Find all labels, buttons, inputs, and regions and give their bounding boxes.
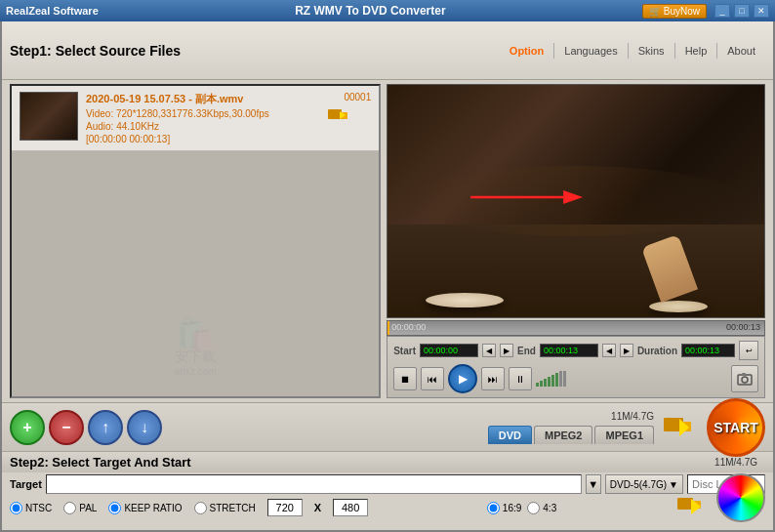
target-browse-button[interactable]: ▼ xyxy=(586,474,601,494)
vol-bar-7 xyxy=(559,371,562,387)
titlebar: RealZeal Software RZ WMV To DVD Converte… xyxy=(0,0,775,21)
aspect-169-group: 16:9 xyxy=(487,502,521,514)
svg-point-6 xyxy=(742,377,748,383)
file-item[interactable]: 2020-05-19 15.07.53 - 副本.wmv Video: 720*… xyxy=(12,86,379,151)
timeline-end-label: 00:00:13 xyxy=(726,322,760,332)
vol-bar-8 xyxy=(563,371,566,387)
aspect-169-radio[interactable] xyxy=(487,502,500,514)
step2-title: Step2: Select Target And Start xyxy=(10,455,714,470)
ntsc-radio[interactable] xyxy=(10,502,22,514)
stretch-label: STRETCH xyxy=(210,503,256,513)
dimensions-separator: X xyxy=(314,502,321,513)
file-number: 00001 xyxy=(344,92,371,102)
step2-row: Step2: Select Target And Start 11M/4.7G xyxy=(2,451,773,472)
width-input[interactable] xyxy=(267,499,303,516)
time-row: Start ◀ ▶ End ◀ ▶ Duration ↩ xyxy=(393,341,758,360)
move-up-button[interactable]: ↑ xyxy=(88,410,123,445)
stop-button[interactable]: ⏹ xyxy=(393,367,417,390)
video-panel: 00:00:00 00:00:13 Start ◀ ▶ End ◀ ▶ Dura… xyxy=(387,84,765,398)
dvd-size-arrow-icon: ▼ xyxy=(669,479,678,490)
format-tab-mpeg1[interactable]: MPEG1 xyxy=(594,426,654,444)
tab-about[interactable]: About xyxy=(717,43,765,59)
size-indicator: 11M/4.7G xyxy=(611,411,654,424)
color-wheel xyxy=(716,473,765,522)
duration-input[interactable] xyxy=(681,344,735,357)
tab-help[interactable]: Help xyxy=(675,43,718,59)
start-time-input[interactable] xyxy=(420,344,478,357)
duration-apply-btn[interactable]: ↩ xyxy=(739,341,758,360)
svg-marker-10 xyxy=(679,419,689,436)
pal-label: PAL xyxy=(79,503,97,513)
keepratio-radio-group: KEEP RATIO xyxy=(108,502,182,514)
video-controls: Start ◀ ▶ End ◀ ▶ Duration ↩ ⏹ ⏮ ▶ xyxy=(387,336,765,398)
tool-icon-area xyxy=(658,410,697,445)
file-time-range: [00:00:00 00:00:13] xyxy=(86,134,371,144)
dvd-size-info: 11M/4.7G xyxy=(714,457,757,468)
end-next-btn[interactable]: ▶ xyxy=(620,344,633,357)
content-area: 2020-05-19 15.07.53 - 副本.wmv Video: 720*… xyxy=(2,80,773,402)
pal-radio[interactable] xyxy=(63,502,76,514)
pal-radio-group: PAL xyxy=(63,502,97,514)
nav-tabs: Option Languages Skins Help About xyxy=(500,43,765,59)
end-label: End xyxy=(517,346,536,356)
app-title: RZ WMV To DVD Converter xyxy=(295,4,445,18)
watermark: 🛍️ 安下载 anxz.com xyxy=(175,315,217,377)
file-convert-icon xyxy=(326,105,349,131)
duration-label: Duration xyxy=(637,346,677,356)
tab-languages[interactable]: Languages xyxy=(554,43,628,59)
rewind-button[interactable]: ⏮ xyxy=(421,367,444,390)
aspect-ratio-group: 16:9 4:3 xyxy=(487,502,556,514)
start-label: Start xyxy=(393,346,416,356)
start-button[interactable]: START xyxy=(707,398,765,457)
minimize-button[interactable]: _ xyxy=(714,4,730,18)
dvd-size-dropdown[interactable]: DVD-5(4.7G) ▼ xyxy=(605,474,683,494)
titlebar-controls: 🛒 BuyNow _ □ ✕ xyxy=(642,4,769,19)
start-next-btn[interactable]: ▶ xyxy=(500,344,513,357)
end-time-input[interactable] xyxy=(540,344,598,357)
vol-bar-4 xyxy=(548,377,551,387)
close-button[interactable]: ✕ xyxy=(754,4,769,18)
keepratio-radio[interactable] xyxy=(108,502,121,514)
options-tool-icon xyxy=(675,492,705,523)
file-name: 2020-05-19 15.07.53 - 副本.wmv xyxy=(86,92,371,106)
aspect-43-radio[interactable] xyxy=(527,502,540,514)
ntsc-label: NTSC xyxy=(25,503,52,513)
tab-skins[interactable]: Skins xyxy=(629,43,675,59)
aspect-43-label: 4:3 xyxy=(543,503,556,513)
format-tab-mpeg2[interactable]: MPEG2 xyxy=(534,426,593,444)
aspect-43-group: 4:3 xyxy=(527,502,556,514)
height-input[interactable] xyxy=(333,499,368,516)
volume-control[interactable] xyxy=(536,371,566,387)
format-tabs: DVD MPEG2 MPEG1 xyxy=(486,426,654,444)
timeline[interactable]: 00:00:00 00:00:13 xyxy=(387,320,765,336)
move-down-button[interactable]: ↓ xyxy=(127,410,162,445)
video-preview xyxy=(387,84,765,318)
forward-button[interactable]: ⏭ xyxy=(481,367,505,390)
top-section: Step1: Select Source Files Option Langua… xyxy=(2,21,773,80)
format-tab-dvd[interactable]: DVD xyxy=(488,426,532,444)
target-path-input[interactable] xyxy=(46,474,582,494)
app-company: RealZeal Software xyxy=(6,5,99,17)
target-row: Target ▼ DVD-5(4.7G) ▼ xyxy=(2,472,773,496)
stretch-radio[interactable] xyxy=(194,502,207,514)
remove-file-button[interactable]: − xyxy=(49,410,84,445)
maximize-button[interactable]: □ xyxy=(734,4,750,18)
main-window: Step1: Select Source Files Option Langua… xyxy=(0,21,775,532)
timeline-start-label: 00:00:00 xyxy=(391,322,426,332)
step1-title: Step1: Select Source Files xyxy=(10,43,181,59)
options-row: NTSC PAL KEEP RATIO STRETCH X 16:9 4:3 xyxy=(2,496,773,519)
screenshot-button[interactable] xyxy=(731,365,758,392)
vol-bar-6 xyxy=(555,373,558,387)
file-list-panel: 2020-05-19 15.07.53 - 副本.wmv Video: 720*… xyxy=(10,84,381,398)
add-file-button[interactable]: + xyxy=(10,410,45,445)
target-label: Target xyxy=(10,478,42,490)
play-button[interactable]: ▶ xyxy=(448,364,477,393)
buynow-button[interactable]: 🛒 BuyNow xyxy=(642,4,707,19)
end-prev-btn[interactable]: ◀ xyxy=(602,344,616,357)
pause-button[interactable]: ⏸ xyxy=(509,367,532,390)
svg-rect-0 xyxy=(328,109,342,119)
vol-bar-1 xyxy=(536,383,539,387)
tab-option[interactable]: Option xyxy=(500,43,554,59)
start-prev-btn[interactable]: ◀ xyxy=(482,344,496,357)
playback-row: ⏹ ⏮ ▶ ⏭ ⏸ xyxy=(393,364,758,393)
